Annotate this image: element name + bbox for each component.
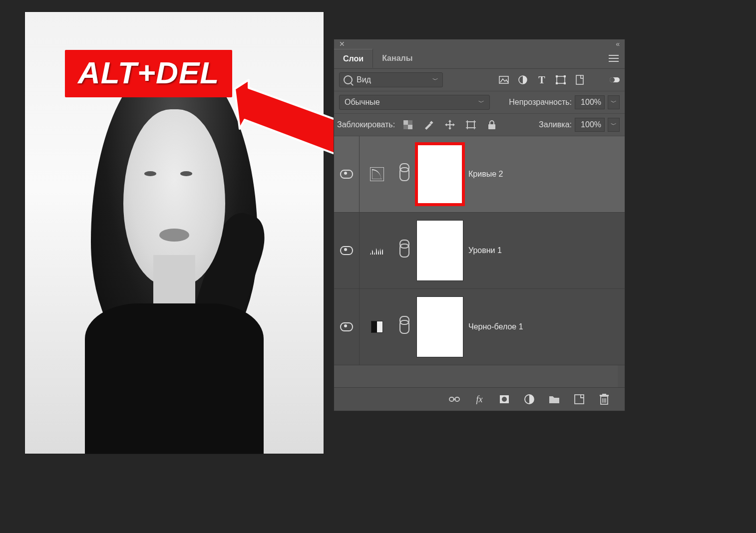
svg-rect-6: [556, 75, 558, 77]
svg-rect-20: [488, 124, 495, 129]
tab-layers[interactable]: Слои: [334, 49, 373, 68]
svg-rect-5: [557, 76, 565, 83]
fill-field: Заливка: 100% ﹀: [539, 118, 620, 132]
layer-visibility-toggle[interactable]: [334, 136, 360, 212]
shape-filter-icon[interactable]: [556, 75, 566, 85]
fill-label: Заливка:: [539, 120, 572, 129]
opacity-label: Непрозрачность:: [509, 98, 572, 107]
svg-rect-8: [556, 82, 558, 84]
svg-rect-7: [564, 75, 566, 77]
curves-icon: [370, 167, 384, 181]
svg-rect-33: [602, 394, 606, 395]
search-icon: [344, 75, 353, 84]
panel-menu-icon[interactable]: [609, 55, 619, 62]
new-adjustment-icon[interactable]: [524, 394, 535, 405]
layer-visibility-toggle[interactable]: [334, 289, 360, 365]
adjustment-filter-icon[interactable]: [518, 75, 528, 85]
svg-rect-9: [564, 82, 566, 84]
type-filter-icon[interactable]: T: [537, 75, 547, 85]
delete-layer-icon[interactable]: [599, 394, 610, 405]
eye-icon: [340, 246, 353, 255]
panel-collapse-icon[interactable]: «: [616, 40, 620, 48]
fill-input[interactable]: 100%: [575, 118, 605, 132]
svg-rect-13: [408, 125, 412, 129]
layer-filter-row: Вид ﹀ T: [334, 69, 625, 91]
fill-slider-toggle[interactable]: ﹀: [608, 118, 620, 132]
mask-link-toggle[interactable]: [394, 167, 414, 181]
opacity-input[interactable]: 100%: [575, 95, 605, 109]
lock-all-icon[interactable]: [487, 120, 497, 130]
opacity-field: Непрозрачность: 100% ﹀: [509, 95, 620, 109]
layers-panel-footer: fx: [334, 387, 625, 411]
mask-link-toggle[interactable]: [394, 320, 414, 334]
smartobject-filter-icon[interactable]: [575, 75, 585, 85]
svg-rect-12: [403, 120, 408, 125]
mask-link-toggle[interactable]: [394, 244, 414, 258]
layers-list: Кривые 2 Уровни 1 Черно-белое 1: [334, 136, 625, 387]
levels-icon: [370, 247, 384, 255]
eye-icon: [340, 322, 353, 331]
blend-mode-value: Обычные: [345, 98, 380, 107]
mask-link-icon: [399, 244, 409, 258]
lock-brush-icon[interactable]: [424, 120, 434, 130]
mask-link-icon: [399, 167, 409, 181]
filter-icon-strip: T: [499, 75, 585, 85]
annotation-badge-text: ALT+DEL: [78, 55, 219, 90]
portrait-lips: [159, 229, 189, 242]
lock-artboard-icon[interactable]: [466, 120, 476, 130]
chevron-down-icon: ﹀: [611, 98, 617, 107]
tab-channels[interactable]: Каналы: [373, 49, 421, 68]
fx-icon[interactable]: fx: [474, 394, 485, 405]
adjustment-thumb[interactable]: [360, 247, 394, 255]
panel-close-icon[interactable]: ✕: [339, 40, 345, 48]
svg-rect-32: [600, 395, 609, 396]
black-white-icon: [371, 321, 383, 333]
chevron-down-icon: ﹀: [611, 121, 617, 129]
annotation-badge: ALT+DEL: [65, 50, 232, 97]
lock-fill-row: Заблокировать: Заливка: 100% ﹀: [334, 114, 625, 136]
add-mask-icon[interactable]: [499, 394, 510, 405]
tab-label: Каналы: [382, 54, 412, 62]
layer-name[interactable]: Черно-белое 1: [468, 322, 523, 331]
mask-link-icon: [399, 320, 409, 334]
portrait-top: [85, 303, 264, 454]
image-filter-icon[interactable]: [499, 75, 509, 85]
new-layer-icon[interactable]: [574, 394, 585, 405]
svg-point-25: [502, 397, 507, 402]
panel-tabs: Слои Каналы: [334, 48, 625, 69]
layer-row[interactable]: Уровни 1: [334, 213, 625, 289]
layer-row[interactable]: Кривые 2: [334, 136, 625, 213]
app-viewport: ALT+DEL ✕ « Слои Каналы: [0, 0, 756, 533]
portrait-eye-right: [180, 171, 192, 176]
adjustment-thumb[interactable]: [360, 167, 394, 181]
lock-icon-strip: [403, 120, 497, 130]
tab-label: Слои: [343, 54, 364, 63]
lock-pixels-icon[interactable]: [403, 120, 413, 130]
eye-icon: [340, 170, 353, 179]
svg-rect-27: [575, 395, 584, 404]
layer-mask-thumb[interactable]: [416, 296, 463, 357]
lock-label: Заблокировать:: [337, 120, 395, 129]
new-group-icon[interactable]: [549, 394, 560, 405]
svg-rect-15: [467, 122, 474, 128]
layer-name[interactable]: Уровни 1: [468, 246, 502, 255]
layer-visibility-toggle[interactable]: [334, 213, 360, 288]
portrait-eye-left: [144, 171, 156, 176]
layer-mask-thumb[interactable]: [416, 144, 463, 205]
link-layers-icon[interactable]: [449, 394, 460, 405]
layer-filter-select[interactable]: Вид ﹀: [339, 72, 443, 87]
blend-mode-row: Обычные ﹀ Непрозрачность: 100% ﹀: [334, 91, 625, 114]
adjustment-thumb[interactable]: [360, 321, 394, 333]
filter-toggle[interactable]: [610, 77, 620, 82]
layer-row[interactable]: Черно-белое 1: [334, 289, 625, 365]
chevron-down-icon: ﹀: [478, 98, 484, 107]
chevron-down-icon: ﹀: [432, 76, 438, 84]
lock-move-icon[interactable]: [445, 120, 455, 130]
layer-mask-thumb[interactable]: [416, 220, 463, 281]
panel-titlebar: ✕ «: [334, 39, 625, 48]
blend-mode-select[interactable]: Обычные ﹀: [339, 95, 490, 110]
layers-panel: ✕ « Слои Каналы Вид ﹀ T: [334, 39, 625, 411]
opacity-slider-toggle[interactable]: ﹀: [608, 95, 620, 109]
layer-name[interactable]: Кривые 2: [468, 170, 503, 179]
svg-rect-10: [576, 75, 583, 84]
